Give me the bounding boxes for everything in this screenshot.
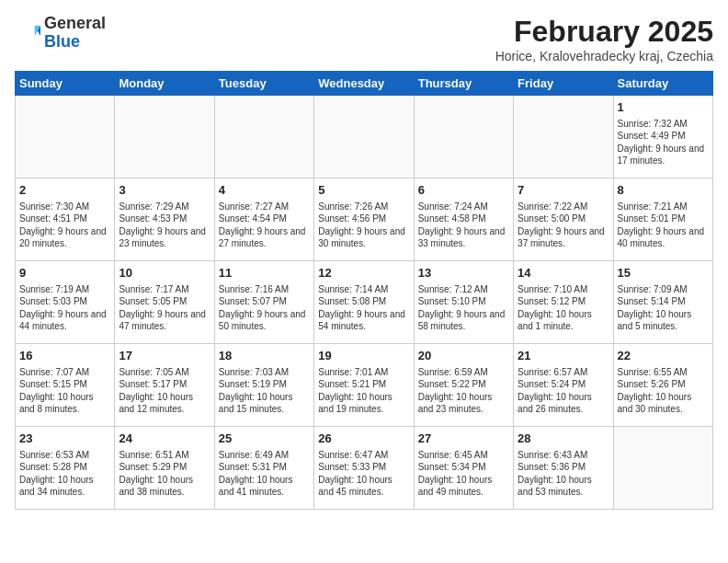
calendar-cell: 1Sunrise: 7:32 AM Sunset: 4:49 PM Daylig… <box>613 96 712 178</box>
day-info: Sunrise: 6:49 AM Sunset: 5:31 PM Dayligh… <box>219 449 310 499</box>
day-number: 20 <box>418 348 509 364</box>
calendar-cell <box>514 96 613 178</box>
day-number: 27 <box>418 431 509 447</box>
day-number: 24 <box>119 431 210 447</box>
day-info: Sunrise: 7:22 AM Sunset: 5:00 PM Dayligh… <box>518 201 609 250</box>
day-info: Sunrise: 7:09 AM Sunset: 5:14 PM Dayligh… <box>618 283 709 333</box>
day-info: Sunrise: 7:16 AM Sunset: 5:07 PM Dayligh… <box>219 283 310 333</box>
week-row-4: 23Sunrise: 6:53 AM Sunset: 5:28 PM Dayli… <box>16 427 713 510</box>
day-info: Sunrise: 7:26 AM Sunset: 4:56 PM Dayligh… <box>318 201 409 250</box>
day-info: Sunrise: 6:51 AM Sunset: 5:29 PM Dayligh… <box>119 449 210 499</box>
calendar-cell: 8Sunrise: 7:21 AM Sunset: 5:01 PM Daylig… <box>613 178 712 261</box>
day-number: 19 <box>318 348 409 364</box>
calendar-cell: 2Sunrise: 7:30 AM Sunset: 4:51 PM Daylig… <box>16 178 115 261</box>
week-row-1: 2Sunrise: 7:30 AM Sunset: 4:51 PM Daylig… <box>16 178 713 261</box>
day-info: Sunrise: 7:03 AM Sunset: 5:19 PM Dayligh… <box>219 366 310 416</box>
calendar-cell <box>414 96 513 178</box>
day-info: Sunrise: 7:17 AM Sunset: 5:05 PM Dayligh… <box>119 283 210 333</box>
day-number: 17 <box>119 348 210 364</box>
day-number: 23 <box>19 431 110 447</box>
calendar-body: 1Sunrise: 7:32 AM Sunset: 4:49 PM Daylig… <box>16 96 713 510</box>
weekday-tuesday: Tuesday <box>214 72 313 96</box>
calendar-cell: 14Sunrise: 7:10 AM Sunset: 5:12 PM Dayli… <box>514 261 613 344</box>
day-info: Sunrise: 7:19 AM Sunset: 5:03 PM Dayligh… <box>19 283 110 333</box>
day-number: 2 <box>19 182 110 199</box>
day-number: 14 <box>518 265 609 282</box>
calendar-cell: 15Sunrise: 7:09 AM Sunset: 5:14 PM Dayli… <box>613 261 712 344</box>
day-info: Sunrise: 7:29 AM Sunset: 4:53 PM Dayligh… <box>119 201 210 250</box>
calendar-cell: 16Sunrise: 7:07 AM Sunset: 5:15 PM Dayli… <box>16 344 115 427</box>
calendar-cell: 12Sunrise: 7:14 AM Sunset: 5:08 PM Dayli… <box>314 261 414 344</box>
calendar-cell: 24Sunrise: 6:51 AM Sunset: 5:29 PM Dayli… <box>115 427 214 510</box>
day-info: Sunrise: 7:05 AM Sunset: 5:17 PM Dayligh… <box>119 366 210 416</box>
day-info: Sunrise: 7:10 AM Sunset: 5:12 PM Dayligh… <box>518 283 609 333</box>
calendar-cell: 5Sunrise: 7:26 AM Sunset: 4:56 PM Daylig… <box>314 178 414 261</box>
day-number: 10 <box>119 265 210 282</box>
day-info: Sunrise: 7:01 AM Sunset: 5:21 PM Dayligh… <box>318 366 409 416</box>
calendar-cell: 10Sunrise: 7:17 AM Sunset: 5:05 PM Dayli… <box>115 261 214 344</box>
week-row-0: 1Sunrise: 7:32 AM Sunset: 4:49 PM Daylig… <box>16 96 713 178</box>
day-number: 6 <box>418 182 509 199</box>
calendar-cell: 25Sunrise: 6:49 AM Sunset: 5:31 PM Dayli… <box>214 427 313 510</box>
calendar-cell: 21Sunrise: 6:57 AM Sunset: 5:24 PM Dayli… <box>514 344 613 427</box>
calendar-cell <box>115 96 214 178</box>
calendar-cell: 7Sunrise: 7:22 AM Sunset: 5:00 PM Daylig… <box>514 178 613 261</box>
calendar-cell <box>16 96 115 178</box>
day-info: Sunrise: 6:43 AM Sunset: 5:36 PM Dayligh… <box>518 449 609 499</box>
day-number: 22 <box>618 348 709 364</box>
weekday-thursday: Thursday <box>414 72 513 96</box>
calendar-subtitle: Horice, Kralovehradecky kraj, Czechia <box>495 49 713 63</box>
logo: General Blue <box>15 15 106 52</box>
day-info: Sunrise: 7:21 AM Sunset: 5:01 PM Dayligh… <box>618 201 709 250</box>
day-info: Sunrise: 6:45 AM Sunset: 5:34 PM Dayligh… <box>418 449 509 499</box>
weekday-friday: Friday <box>514 72 613 96</box>
day-info: Sunrise: 7:14 AM Sunset: 5:08 PM Dayligh… <box>318 283 409 333</box>
day-number: 7 <box>518 182 609 199</box>
calendar-cell <box>214 96 313 178</box>
logo-blue: Blue <box>44 32 80 51</box>
week-row-3: 16Sunrise: 7:07 AM Sunset: 5:15 PM Dayli… <box>16 344 713 427</box>
calendar-cell: 19Sunrise: 7:01 AM Sunset: 5:21 PM Dayli… <box>314 344 414 427</box>
day-number: 28 <box>518 431 609 447</box>
day-info: Sunrise: 7:07 AM Sunset: 5:15 PM Dayligh… <box>19 366 110 416</box>
day-info: Sunrise: 6:53 AM Sunset: 5:28 PM Dayligh… <box>19 449 110 499</box>
title-area: February 2025 Horice, Kralovehradecky kr… <box>495 15 713 63</box>
calendar-table: SundayMondayTuesdayWednesdayThursdayFrid… <box>15 71 713 510</box>
page-header: General Blue February 2025 Horice, Kralo… <box>15 15 713 63</box>
day-number: 5 <box>318 182 409 199</box>
calendar-cell: 28Sunrise: 6:43 AM Sunset: 5:36 PM Dayli… <box>514 427 613 510</box>
day-number: 12 <box>318 265 409 282</box>
logo-icon <box>15 20 40 46</box>
calendar-cell <box>314 96 414 178</box>
day-number: 16 <box>19 348 110 364</box>
calendar-cell: 27Sunrise: 6:45 AM Sunset: 5:34 PM Dayli… <box>414 427 513 510</box>
day-info: Sunrise: 7:32 AM Sunset: 4:49 PM Dayligh… <box>618 118 709 167</box>
calendar-cell: 17Sunrise: 7:05 AM Sunset: 5:17 PM Dayli… <box>115 344 214 427</box>
weekday-sunday: Sunday <box>16 72 115 96</box>
day-info: Sunrise: 6:59 AM Sunset: 5:22 PM Dayligh… <box>418 366 509 416</box>
calendar-cell: 4Sunrise: 7:27 AM Sunset: 4:54 PM Daylig… <box>214 178 313 261</box>
day-number: 3 <box>119 182 210 199</box>
calendar-cell: 3Sunrise: 7:29 AM Sunset: 4:53 PM Daylig… <box>115 178 214 261</box>
calendar-cell: 9Sunrise: 7:19 AM Sunset: 5:03 PM Daylig… <box>16 261 115 344</box>
day-info: Sunrise: 6:55 AM Sunset: 5:26 PM Dayligh… <box>618 366 709 416</box>
day-number: 25 <box>219 431 310 447</box>
calendar-cell <box>613 427 712 510</box>
calendar-cell: 13Sunrise: 7:12 AM Sunset: 5:10 PM Dayli… <box>414 261 513 344</box>
calendar-cell: 20Sunrise: 6:59 AM Sunset: 5:22 PM Dayli… <box>414 344 513 427</box>
weekday-saturday: Saturday <box>613 72 712 96</box>
day-number: 8 <box>618 182 709 199</box>
day-info: Sunrise: 6:57 AM Sunset: 5:24 PM Dayligh… <box>518 366 609 416</box>
calendar-cell: 26Sunrise: 6:47 AM Sunset: 5:33 PM Dayli… <box>314 427 414 510</box>
day-number: 1 <box>618 99 709 116</box>
weekday-monday: Monday <box>115 72 214 96</box>
day-info: Sunrise: 7:30 AM Sunset: 4:51 PM Dayligh… <box>19 201 110 250</box>
day-number: 13 <box>418 265 509 282</box>
day-number: 4 <box>219 182 310 199</box>
day-number: 18 <box>219 348 310 364</box>
day-number: 21 <box>518 348 609 364</box>
day-info: Sunrise: 7:27 AM Sunset: 4:54 PM Dayligh… <box>219 201 310 250</box>
day-number: 15 <box>618 265 709 282</box>
calendar-cell: 6Sunrise: 7:24 AM Sunset: 4:58 PM Daylig… <box>414 178 513 261</box>
logo-general: General <box>44 14 106 32</box>
